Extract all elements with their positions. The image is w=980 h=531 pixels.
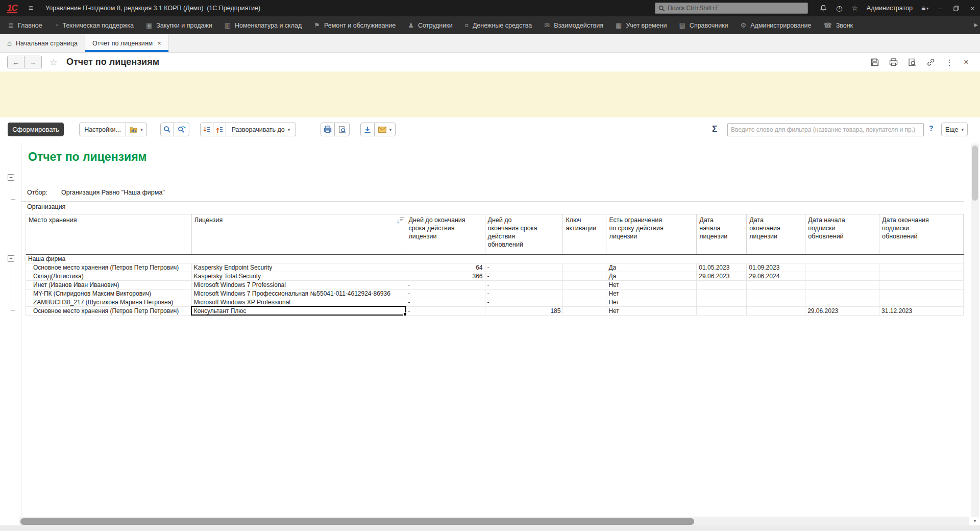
menu-item-2[interactable]: ▣Закупки и продажи xyxy=(146,21,212,29)
cell-r4-c6[interactable] xyxy=(697,289,747,298)
more-button[interactable]: Еще▾ xyxy=(941,123,968,136)
cell-r3-c0[interactable]: Инет (Иванов Иван Иванович) xyxy=(26,281,192,289)
cell-r2-c1[interactable]: Kaspersky Total Security xyxy=(192,272,406,281)
sort-descending-icon[interactable]: ↓ xyxy=(397,216,404,224)
cell-r6-c9[interactable]: 31.12.2023 xyxy=(879,307,964,316)
settings-button[interactable]: Настройки... xyxy=(79,123,126,136)
help-button[interactable]: ? xyxy=(929,124,934,132)
cell-r1-c1[interactable]: Kaspersky Endpoint Security xyxy=(192,263,406,272)
cell-r1-c9[interactable] xyxy=(879,263,964,272)
cell-r2-c6[interactable]: 29.06.2023 xyxy=(697,272,747,281)
cell-r3-c5[interactable]: Нет xyxy=(606,281,697,289)
menu-item-1[interactable]: ◔Техническая поддержка xyxy=(55,21,134,29)
preview-button[interactable] xyxy=(334,123,350,136)
cell-r4-c1[interactable]: Microsoft Windows 7 Профессиональная №55… xyxy=(192,289,406,298)
cell-r4-c2[interactable]: - xyxy=(406,289,485,298)
menu-item-10[interactable]: ⚙Администрирование xyxy=(741,21,812,29)
cell-r3-c2[interactable]: - xyxy=(406,281,485,289)
minimize-button[interactable]: – xyxy=(939,5,942,12)
cell-r6-c0[interactable]: Основное место хранения (Петров Петр Пет… xyxy=(26,307,192,316)
cell-r5-c7[interactable] xyxy=(747,298,805,307)
print-icon[interactable] xyxy=(889,58,898,66)
get-link-icon[interactable] xyxy=(926,58,935,66)
cell-r1-c0[interactable]: Основное место хранения (Петров Петр Пет… xyxy=(26,263,192,272)
expand-to-button[interactable]: Разворачивать до▾ xyxy=(226,123,296,136)
menu-item-11[interactable]: ☎Звонки xyxy=(823,21,853,29)
cell-r1-c6[interactable]: 01.05.2023 xyxy=(697,263,747,272)
close-window-button[interactable]: × xyxy=(970,5,974,12)
cell-r1-c7[interactable]: 01.09.2023 xyxy=(747,263,805,272)
current-user[interactable]: Администратор xyxy=(867,5,913,12)
cell-r6-c5[interactable]: Нет xyxy=(606,307,697,316)
cell-r3-c1[interactable]: Microsoft Windows 7 Professional xyxy=(192,281,406,289)
cell-r1-c3[interactable]: - xyxy=(485,263,564,272)
cell-r4-c4[interactable] xyxy=(563,289,606,298)
cell-r1-c2[interactable]: 64 xyxy=(406,263,485,272)
cell-r2-c2[interactable]: 366 xyxy=(406,272,485,281)
cell-r5-c4[interactable] xyxy=(563,298,606,307)
generate-button[interactable]: Сформировать xyxy=(8,123,64,136)
report-variants-button[interactable]: ▾ xyxy=(126,123,147,136)
cell-r4-c8[interactable] xyxy=(805,289,879,298)
report-group-expander[interactable]: − xyxy=(8,174,14,181)
cell-r4-c9[interactable] xyxy=(879,289,964,298)
vertical-scrollbar[interactable] xyxy=(971,143,979,517)
cell-r4-c3[interactable]: - xyxy=(485,289,564,298)
cell-r1-c5[interactable]: Да xyxy=(606,263,697,272)
global-search-input[interactable]: Поиск Ctrl+Shift+F xyxy=(655,3,808,14)
find-next-button[interactable] xyxy=(174,123,189,136)
tab-license-report[interactable]: Отчет по лицензиям × xyxy=(85,34,169,52)
nav-forward-button[interactable]: → xyxy=(24,56,42,68)
cell-r3-c4[interactable] xyxy=(563,281,606,289)
cell-r4-c5[interactable]: Нет xyxy=(606,289,697,298)
more-actions-icon[interactable]: ⋮ xyxy=(945,58,953,67)
cell-r3-c6[interactable] xyxy=(697,281,747,289)
print-button[interactable] xyxy=(321,123,335,136)
save-icon[interactable] xyxy=(871,58,879,66)
cell-r6-c4[interactable] xyxy=(563,307,606,316)
cell-r5-c3[interactable]: - xyxy=(485,298,564,307)
vertical-scrollbar-thumb[interactable] xyxy=(972,146,978,201)
cell-r5-c8[interactable] xyxy=(805,298,879,307)
firm-group-expander[interactable]: − xyxy=(8,255,14,262)
cell-r2-c4[interactable] xyxy=(563,272,606,281)
horizontal-scrollbar-thumb[interactable] xyxy=(20,518,694,525)
cell-r5-c0[interactable]: ZAMBUCH30_217 (Шустикова Марина Петровна… xyxy=(26,298,192,307)
cell-r6-c8[interactable]: 29.06.2023 xyxy=(805,307,879,316)
cell-r2-c0[interactable]: Склад(Логистика) xyxy=(26,272,192,281)
close-form-icon[interactable]: × xyxy=(964,57,969,67)
cell-r2-c5[interactable]: Да xyxy=(606,272,697,281)
menu-item-5[interactable]: ♟Сотрудники xyxy=(408,21,452,29)
cell-r5-c2[interactable]: - xyxy=(406,298,485,307)
tab-close-icon[interactable]: × xyxy=(157,39,161,47)
menu-item-6[interactable]: ¤Денежные средства xyxy=(465,21,532,29)
menu-item-4[interactable]: ⚑Ремонт и обслуживание xyxy=(314,21,396,29)
cell-r6-c7[interactable] xyxy=(747,307,805,316)
menu-item-8[interactable]: ▦Учет времени xyxy=(616,21,667,29)
cell-r6-c1[interactable]: Консультант Плюс xyxy=(192,307,406,316)
tab-home[interactable]: ⌂ Начальная страница xyxy=(0,34,85,52)
cell-r6-c3[interactable]: 185 xyxy=(485,307,564,316)
main-menu-icon[interactable]: ≡ xyxy=(29,4,33,13)
cell-r5-c6[interactable] xyxy=(697,298,747,307)
notifications-bell-icon[interactable] xyxy=(820,5,827,12)
cell-r6-c6[interactable] xyxy=(697,307,747,316)
menu-overflow-arrow-icon[interactable]: ▶ xyxy=(974,22,978,28)
cell-r1-c8[interactable] xyxy=(805,263,879,272)
quick-filter-input[interactable] xyxy=(727,123,924,136)
expand-groups-button[interactable] xyxy=(213,123,226,136)
cell-r3-c8[interactable] xyxy=(805,281,879,289)
scroll-down-arrow-icon[interactable]: ▼ xyxy=(973,519,977,523)
cell-r4-c7[interactable] xyxy=(747,289,805,298)
collapse-groups-button[interactable] xyxy=(200,123,213,136)
cell-r1-c4[interactable] xyxy=(563,263,606,272)
cell-r4-c0[interactable]: MY-ПК (Спиридонов Максим Викторович) xyxy=(26,289,192,298)
find-button[interactable] xyxy=(160,123,174,136)
favorites-star-icon[interactable]: ☆ xyxy=(851,4,858,12)
cell-r3-c9[interactable] xyxy=(879,281,964,289)
autosum-icon[interactable]: Σ xyxy=(712,124,717,134)
print-preview-icon[interactable] xyxy=(908,58,916,66)
cell-r5-c1[interactable]: Microsoft Windows XP Professional xyxy=(192,298,406,307)
add-favorite-star-icon[interactable]: ☆ xyxy=(50,57,57,68)
menu-item-7[interactable]: ✉Взаимодействия xyxy=(544,21,603,29)
